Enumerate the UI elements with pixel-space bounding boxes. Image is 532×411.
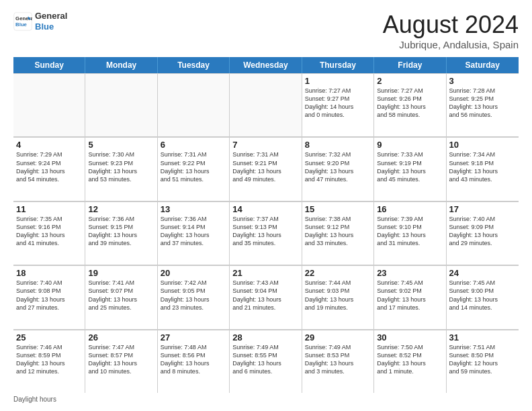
calendar-cell: 3Sunrise: 7:28 AM Sunset: 9:25 PM Daylig… [447, 73, 519, 136]
calendar-cell: 8Sunrise: 7:32 AM Sunset: 9:20 PM Daylig… [302, 137, 374, 200]
cell-info: Sunrise: 7:31 AM Sunset: 9:21 PM Dayligh… [232, 150, 298, 183]
calendar-cell: 31Sunrise: 7:51 AM Sunset: 8:50 PM Dayli… [447, 330, 519, 393]
day-number: 12 [88, 204, 154, 214]
day-number: 25 [16, 332, 82, 342]
day-header-sunday: Sunday [13, 57, 85, 73]
cell-info: Sunrise: 7:39 AM Sunset: 9:10 PM Dayligh… [377, 215, 443, 248]
calendar-body: 1Sunrise: 7:27 AM Sunset: 9:27 PM Daylig… [13, 73, 519, 393]
calendar-cell: 16Sunrise: 7:39 AM Sunset: 9:10 PM Dayli… [374, 201, 446, 265]
cell-info: Sunrise: 7:37 AM Sunset: 9:13 PM Dayligh… [232, 215, 298, 248]
calendar-cell: 11Sunrise: 7:35 AM Sunset: 9:16 PM Dayli… [13, 201, 85, 265]
cell-info: Sunrise: 7:30 AM Sunset: 9:23 PM Dayligh… [88, 150, 154, 183]
day-number: 30 [377, 332, 443, 342]
cell-info: Sunrise: 7:48 AM Sunset: 8:56 PM Dayligh… [161, 343, 226, 376]
cell-info: Sunrise: 7:45 AM Sunset: 9:02 PM Dayligh… [377, 279, 443, 312]
day-number: 16 [377, 204, 443, 214]
calendar-cell: 17Sunrise: 7:40 AM Sunset: 9:09 PM Dayli… [447, 201, 519, 265]
day-number: 26 [88, 332, 154, 342]
calendar-cell: 21Sunrise: 7:43 AM Sunset: 9:04 PM Dayli… [230, 265, 302, 328]
cell-info: Sunrise: 7:40 AM Sunset: 9:08 PM Dayligh… [16, 279, 82, 312]
calendar-cell: 5Sunrise: 7:30 AM Sunset: 9:23 PM Daylig… [85, 137, 157, 200]
cell-info: Sunrise: 7:29 AM Sunset: 9:24 PM Dayligh… [16, 150, 82, 183]
cell-info: Sunrise: 7:44 AM Sunset: 9:03 PM Dayligh… [305, 279, 371, 312]
day-number: 28 [232, 332, 298, 342]
cell-info: Sunrise: 7:36 AM Sunset: 9:14 PM Dayligh… [161, 215, 226, 248]
calendar-cell: 13Sunrise: 7:36 AM Sunset: 9:14 PM Dayli… [158, 201, 230, 265]
day-number: 7 [232, 140, 298, 150]
day-number: 19 [88, 268, 154, 278]
day-number: 23 [377, 268, 443, 278]
calendar-cell: 14Sunrise: 7:37 AM Sunset: 9:13 PM Dayli… [230, 201, 302, 265]
day-header-friday: Friday [374, 57, 446, 73]
cell-info: Sunrise: 7:32 AM Sunset: 9:20 PM Dayligh… [305, 150, 371, 183]
cell-info: Sunrise: 7:33 AM Sunset: 9:19 PM Dayligh… [377, 150, 443, 183]
calendar-header: SundayMondayTuesdayWednesdayThursdayFrid… [13, 57, 519, 73]
day-number: 5 [88, 140, 154, 150]
logo-line1: General [35, 11, 67, 21]
day-header-tuesday: Tuesday [158, 57, 230, 73]
day-number: 11 [16, 204, 82, 214]
day-number: 24 [449, 268, 516, 278]
calendar-cell [158, 73, 230, 136]
calendar-row-2: 11Sunrise: 7:35 AM Sunset: 9:16 PM Dayli… [13, 201, 519, 265]
day-number: 4 [16, 140, 82, 150]
page-subtitle: Jubrique, Andalusia, Spain [383, 39, 519, 50]
calendar-cell: 20Sunrise: 7:42 AM Sunset: 9:05 PM Dayli… [158, 265, 230, 328]
day-number: 18 [16, 268, 82, 278]
calendar-row-3: 18Sunrise: 7:40 AM Sunset: 9:08 PM Dayli… [13, 265, 519, 329]
calendar-cell [230, 73, 302, 136]
cell-info: Sunrise: 7:49 AM Sunset: 8:55 PM Dayligh… [232, 343, 298, 376]
calendar-cell: 28Sunrise: 7:49 AM Sunset: 8:55 PM Dayli… [230, 330, 302, 393]
calendar-cell: 26Sunrise: 7:47 AM Sunset: 8:57 PM Dayli… [85, 330, 157, 393]
calendar-cell: 29Sunrise: 7:49 AM Sunset: 8:53 PM Dayli… [302, 330, 374, 393]
cell-info: Sunrise: 7:27 AM Sunset: 9:26 PM Dayligh… [377, 87, 443, 120]
calendar-cell [85, 73, 157, 136]
cell-info: Sunrise: 7:41 AM Sunset: 9:07 PM Dayligh… [88, 279, 154, 312]
day-number: 27 [161, 332, 226, 342]
cell-info: Sunrise: 7:28 AM Sunset: 9:25 PM Dayligh… [449, 87, 516, 120]
calendar-cell [13, 73, 85, 136]
cell-info: Sunrise: 7:36 AM Sunset: 9:15 PM Dayligh… [88, 215, 154, 248]
day-header-thursday: Thursday [302, 57, 374, 73]
calendar-cell: 27Sunrise: 7:48 AM Sunset: 8:56 PM Dayli… [158, 330, 230, 393]
day-number: 17 [449, 204, 516, 214]
cell-info: Sunrise: 7:35 AM Sunset: 9:16 PM Dayligh… [16, 215, 82, 248]
calendar-row-0: 1Sunrise: 7:27 AM Sunset: 9:27 PM Daylig… [13, 73, 519, 137]
day-number: 21 [232, 268, 298, 278]
calendar-cell: 15Sunrise: 7:38 AM Sunset: 9:12 PM Dayli… [302, 201, 374, 265]
cell-info: Sunrise: 7:46 AM Sunset: 8:59 PM Dayligh… [16, 343, 82, 376]
calendar: SundayMondayTuesdayWednesdayThursdayFrid… [13, 57, 519, 393]
cell-info: Sunrise: 7:40 AM Sunset: 9:09 PM Dayligh… [449, 215, 516, 248]
day-number: 31 [449, 332, 516, 342]
cell-info: Sunrise: 7:43 AM Sunset: 9:04 PM Dayligh… [232, 279, 298, 312]
calendar-cell: 9Sunrise: 7:33 AM Sunset: 9:19 PM Daylig… [374, 137, 446, 200]
calendar-cell: 7Sunrise: 7:31 AM Sunset: 9:21 PM Daylig… [230, 137, 302, 200]
cell-info: Sunrise: 7:47 AM Sunset: 8:57 PM Dayligh… [88, 343, 154, 376]
day-number: 10 [449, 140, 516, 150]
day-number: 6 [161, 140, 226, 150]
calendar-cell: 12Sunrise: 7:36 AM Sunset: 9:15 PM Dayli… [85, 201, 157, 265]
cell-info: Sunrise: 7:27 AM Sunset: 9:27 PM Dayligh… [305, 87, 371, 120]
calendar-row-1: 4Sunrise: 7:29 AM Sunset: 9:24 PM Daylig… [13, 137, 519, 201]
day-number: 29 [305, 332, 371, 342]
logo-icon: General Blue [13, 12, 32, 31]
day-number: 3 [449, 76, 516, 86]
day-header-wednesday: Wednesday [230, 57, 302, 73]
page-title: August 2024 [383, 11, 519, 39]
day-number: 22 [305, 268, 371, 278]
cell-info: Sunrise: 7:31 AM Sunset: 9:22 PM Dayligh… [161, 150, 226, 183]
calendar-cell: 22Sunrise: 7:44 AM Sunset: 9:03 PM Dayli… [302, 265, 374, 328]
calendar-cell: 2Sunrise: 7:27 AM Sunset: 9:26 PM Daylig… [374, 73, 446, 136]
footer-note: Daylight hours [13, 396, 519, 403]
cell-info: Sunrise: 7:51 AM Sunset: 8:50 PM Dayligh… [449, 343, 516, 376]
calendar-cell: 24Sunrise: 7:45 AM Sunset: 9:00 PM Dayli… [447, 265, 519, 328]
day-number: 8 [305, 140, 371, 150]
day-header-monday: Monday [85, 57, 157, 73]
calendar-cell: 25Sunrise: 7:46 AM Sunset: 8:59 PM Dayli… [13, 330, 85, 393]
day-number: 14 [232, 204, 298, 214]
cell-info: Sunrise: 7:38 AM Sunset: 9:12 PM Dayligh… [305, 215, 371, 248]
svg-text:Blue: Blue [15, 21, 28, 28]
day-number: 1 [305, 76, 371, 86]
cell-info: Sunrise: 7:42 AM Sunset: 9:05 PM Dayligh… [161, 279, 226, 312]
calendar-cell: 19Sunrise: 7:41 AM Sunset: 9:07 PM Dayli… [85, 265, 157, 328]
